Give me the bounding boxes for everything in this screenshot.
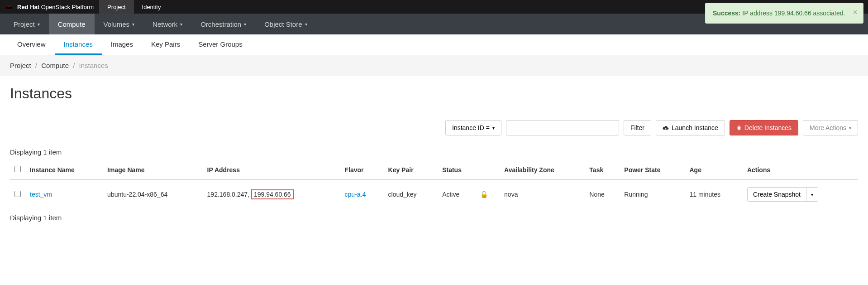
sub-nav: Overview Instances Images Key Pairs Serv… xyxy=(0,34,868,55)
svg-point-0 xyxy=(6,7,12,9)
cell-key-pair: cloud_key xyxy=(384,179,438,209)
nav-orchestration-label: Orchestration xyxy=(200,20,241,28)
nav-network-label: Network xyxy=(153,20,177,28)
brand-logo: Red Hat OpenStack Platform xyxy=(0,4,99,10)
chevron-down-icon: ▾ xyxy=(305,22,307,27)
brand-rest: OpenStack Platform xyxy=(41,4,94,10)
cell-ip-address: 192.168.0.247, 199.94.60.66 xyxy=(203,179,340,209)
breadcrumb: Project / Compute / Instances xyxy=(10,62,858,69)
cell-status: Active xyxy=(438,179,476,209)
cell-availability-zone: nova xyxy=(500,179,585,209)
nav-project[interactable]: Project▾ xyxy=(5,14,49,34)
brand-strong: Red Hat xyxy=(17,4,39,10)
unlock-icon: 🔓 xyxy=(480,191,488,198)
col-age: Age xyxy=(685,160,743,179)
cloud-upload-icon xyxy=(663,125,669,131)
select-all-checkbox[interactable] xyxy=(14,166,21,172)
nav-compute[interactable]: Compute xyxy=(49,14,95,34)
breadcrumb-project[interactable]: Project xyxy=(10,62,31,69)
top-tab-identity[interactable]: Identity xyxy=(134,0,169,14)
chevron-down-icon: ▾ xyxy=(38,22,40,27)
filter-field-label: Instance ID = xyxy=(452,124,490,131)
col-availability-zone: Availability Zone xyxy=(500,160,585,179)
cell-task: None xyxy=(585,179,620,209)
filter-field-dropdown[interactable]: Instance ID =▾ xyxy=(445,120,501,135)
subnav-overview[interactable]: Overview xyxy=(8,34,55,55)
chevron-down-icon: ▾ xyxy=(492,126,495,130)
breadcrumb-bar: Project / Compute / Instances xyxy=(0,55,868,76)
nav-object-store-label: Object Store xyxy=(264,20,302,28)
trash-icon xyxy=(736,125,742,131)
nav-volumes[interactable]: Volumes▾ xyxy=(95,14,144,34)
col-power-state: Power State xyxy=(620,160,685,179)
col-actions: Actions xyxy=(743,160,858,179)
breadcrumb-compute[interactable]: Compute xyxy=(41,62,69,69)
top-bar: Red Hat OpenStack Platform Project Ident… xyxy=(0,0,868,14)
chevron-down-icon: ▾ xyxy=(849,126,851,130)
create-snapshot-button[interactable]: Create Snapshot xyxy=(748,188,806,201)
launch-instance-button[interactable]: Launch Instance xyxy=(656,120,725,135)
toast-message: IP address 199.94.60.66 associated. xyxy=(740,10,845,17)
flavor-link[interactable]: cpu-a.4 xyxy=(345,191,366,198)
col-ip-address: IP Address xyxy=(203,160,340,179)
subnav-instances[interactable]: Instances xyxy=(55,34,102,55)
ip-private: 192.168.0.247, xyxy=(207,191,249,198)
delete-instances-button[interactable]: Delete Instances xyxy=(730,120,798,135)
row-action-dropdown[interactable]: ▾ xyxy=(806,188,818,201)
cell-power-state: Running xyxy=(620,179,685,209)
page-title: Instances xyxy=(10,85,858,102)
subnav-key-pairs[interactable]: Key Pairs xyxy=(142,34,189,55)
chevron-down-icon: ▾ xyxy=(132,22,134,27)
col-key-pair: Key Pair xyxy=(384,160,438,179)
subnav-server-groups[interactable]: Server Groups xyxy=(189,34,252,55)
col-image-name: Image Name xyxy=(103,160,202,179)
nav-compute-label: Compute xyxy=(58,20,86,28)
chevron-down-icon: ▾ xyxy=(244,22,246,27)
chevron-down-icon: ▾ xyxy=(180,22,182,27)
displaying-top: Displaying 1 item xyxy=(10,144,858,160)
col-instance-name: Instance Name xyxy=(25,160,103,179)
nav-network[interactable]: Network▾ xyxy=(143,14,191,34)
breadcrumb-separator: / xyxy=(35,62,37,69)
row-checkbox[interactable] xyxy=(14,191,21,197)
top-tab-project[interactable]: Project xyxy=(99,0,134,14)
subnav-images[interactable]: Images xyxy=(102,34,142,55)
ip-floating-highlight: 199.94.60.66 xyxy=(251,189,294,199)
filter-input[interactable] xyxy=(506,120,619,135)
displaying-bottom: Displaying 1 item xyxy=(10,209,858,226)
chevron-down-icon: ▾ xyxy=(811,192,813,197)
table-header-row: Instance Name Image Name IP Address Flav… xyxy=(10,160,858,179)
nav-object-store[interactable]: Object Store▾ xyxy=(255,14,316,34)
redhat-icon xyxy=(5,4,14,10)
instance-name-link[interactable]: test_vm xyxy=(30,191,52,198)
toolbar: Instance ID =▾ Filter Launch Instance De… xyxy=(10,120,858,135)
filter-button[interactable]: Filter xyxy=(624,120,651,135)
top-tabs: Project Identity xyxy=(99,0,169,14)
toast-title: Success: xyxy=(713,10,740,17)
content: Instances Instance ID =▾ Filter Launch I… xyxy=(0,76,868,235)
breadcrumb-instances: Instances xyxy=(79,62,108,69)
close-icon[interactable]: × xyxy=(853,8,858,17)
instances-table: Instance Name Image Name IP Address Flav… xyxy=(10,160,858,209)
row-action-group: Create Snapshot ▾ xyxy=(747,187,818,202)
cell-image-name: ubuntu-22.04-x86_64 xyxy=(103,179,202,209)
table-row: test_vm ubuntu-22.04-x86_64 192.168.0.24… xyxy=(10,179,858,209)
launch-instance-label: Launch Instance xyxy=(672,124,718,131)
breadcrumb-separator: / xyxy=(73,62,75,69)
more-actions-button[interactable]: More Actions▾ xyxy=(803,120,858,135)
col-flavor: Flavor xyxy=(340,160,384,179)
col-status: Status xyxy=(438,160,500,179)
more-actions-label: More Actions xyxy=(810,124,846,131)
nav-project-label: Project xyxy=(14,20,35,28)
nav-volumes-label: Volumes xyxy=(104,20,130,28)
success-toast: Success: IP address 199.94.60.66 associa… xyxy=(705,3,863,24)
cell-age: 11 minutes xyxy=(685,179,743,209)
delete-instances-label: Delete Instances xyxy=(744,124,792,131)
col-task: Task xyxy=(585,160,620,179)
nav-orchestration[interactable]: Orchestration▾ xyxy=(191,14,255,34)
